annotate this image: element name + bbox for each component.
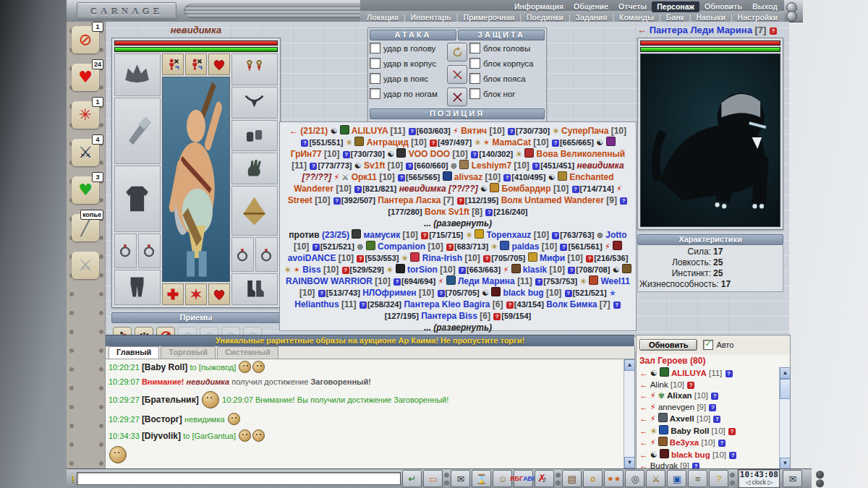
info-icon[interactable]: ?	[310, 163, 317, 170]
info-icon[interactable]: ?	[729, 452, 736, 459]
expand-link[interactable]: ... (развернуть)	[424, 218, 492, 228]
attack-arrow-icon[interactable]: ←	[639, 369, 650, 377]
fighter-name[interactable]: ГрИн77	[291, 149, 322, 159]
block-option[interactable]: блок корпуса	[469, 58, 545, 69]
spear-buff-icon[interactable]: ╱копье	[72, 214, 99, 241]
info-icon[interactable]: ?	[398, 174, 405, 181]
fighter-name[interactable]: Мифи	[540, 253, 565, 263]
fighter-name[interactable]: Street	[288, 195, 312, 205]
info-icon[interactable]: ?	[586, 255, 593, 262]
attack-option[interactable]: удар в корпус	[370, 58, 445, 69]
slot-helmet[interactable]	[114, 53, 161, 96]
chat-tab-Главный[interactable]: Главный	[109, 346, 159, 359]
fighter-name[interactable]: alivsaz	[454, 172, 482, 182]
info-icon[interactable]: ?	[620, 197, 627, 205]
fighter-name[interactable]: НЛОфримен	[362, 288, 416, 298]
checkbox-icon[interactable]	[370, 88, 380, 99]
info-icon[interactable]: ?	[409, 128, 416, 135]
slot-boot[interactable]	[231, 273, 278, 305]
chat-input[interactable]	[77, 472, 401, 485]
auction-banner[interactable]: Уникальные раритетные образы на аукционе…	[106, 335, 634, 347]
slot-glove[interactable]	[231, 153, 278, 184]
info-icon[interactable]: ?	[503, 174, 511, 181]
swords-expired-icon[interactable]: ⚔	[72, 252, 99, 279]
slot-pants[interactable]	[114, 270, 161, 305]
info-icon[interactable]: ?	[493, 313, 501, 320]
scroll-down-icon[interactable]: ▼	[780, 458, 790, 469]
info-icon[interactable]: ?	[709, 404, 716, 411]
chat-scrollbar[interactable]: ▲ ▼	[624, 359, 634, 468]
attack-arrow-icon[interactable]: ←	[637, 25, 647, 35]
info-icon[interactable]: ?	[459, 267, 466, 274]
fighter-name[interactable]: Biss	[302, 265, 320, 275]
fighter-name[interactable]: Topenxauz	[487, 230, 532, 240]
duel-refuse-tile[interactable]	[185, 53, 207, 75]
medkit-tile[interactable]	[162, 283, 184, 305]
fighter-name[interactable]: Leshiym7	[472, 160, 511, 171]
coins-button[interactable]: ¤	[583, 470, 603, 487]
info-icon[interactable]: ?	[359, 301, 367, 309]
checkbox-checked-icon[interactable]	[703, 340, 713, 350]
red-heart-buff-icon[interactable]: ♥24	[72, 64, 99, 91]
fighter-name[interactable]: VOO DOO	[409, 149, 450, 159]
info-icon[interactable]: ?	[333, 197, 341, 205]
tattoo-tile[interactable]	[185, 283, 207, 305]
fighter-name[interactable]: RAINBOW WARRIOR	[286, 276, 373, 286]
fighter-name[interactable]: Орк11	[352, 172, 377, 182]
info-icon[interactable]: ?	[457, 197, 464, 205]
green-heart-buff-icon[interactable]: ♥3	[72, 176, 99, 204]
info-icon[interactable]: ?	[312, 244, 320, 251]
block-option[interactable]: блок ног	[469, 88, 545, 99]
slot-ring[interactable]	[255, 237, 278, 272]
fighter-name[interactable]: avoiDANCE	[288, 253, 336, 263]
info-icon[interactable]: ?	[430, 140, 437, 147]
map-button[interactable]: ≡	[688, 470, 707, 487]
fighter-name[interactable]: невидимка	[577, 160, 624, 171]
swordban-button[interactable]	[447, 65, 467, 84]
fighter-name[interactable]: Бомбардир	[502, 184, 551, 194]
refresh-button[interactable]: Обновить	[639, 339, 697, 351]
attack-option[interactable]: удар по ногам	[370, 88, 445, 99]
roster-player-name[interactable]: Axvell	[670, 414, 694, 423]
send-button[interactable]: ↵	[402, 470, 422, 487]
attack-arrow-icon[interactable]: ←	[639, 438, 650, 447]
help-button[interactable]: ?	[709, 470, 728, 487]
scroll-up-icon[interactable]: ▲	[624, 359, 634, 371]
fighter-name[interactable]: Пантера Ласка	[378, 195, 441, 205]
fighter-name[interactable]: Волк Sv1ft	[425, 207, 469, 217]
player-name[interactable]: невидимка	[111, 25, 281, 38]
roster-player-name[interactable]: annevgen	[658, 403, 695, 411]
checkbox-icon[interactable]	[469, 88, 480, 99]
fighter-name[interactable]: black bug	[503, 288, 544, 298]
chat-tab-Торговый[interactable]: Торговый	[161, 346, 216, 359]
attack-arrow-icon[interactable]: ←	[639, 427, 650, 435]
scroll-thumb[interactable]	[780, 379, 790, 399]
fighter-name[interactable]: Волк Бимка	[546, 299, 597, 309]
info-icon[interactable]: ?	[393, 278, 401, 286]
info-icon[interactable]: ?	[532, 163, 540, 170]
attack-arrow-icon[interactable]: ←	[639, 450, 650, 459]
expand-link[interactable]: ... (развернуть)	[424, 322, 492, 333]
hourglass-button[interactable]: ⌛	[472, 470, 491, 487]
info-icon[interactable]: ?	[471, 151, 478, 158]
info-icon[interactable]: ?	[726, 370, 733, 377]
attack-arrow-icon[interactable]: ←	[639, 391, 650, 400]
info-icon[interactable]: ?	[770, 27, 777, 35]
slot-ring[interactable]	[138, 234, 161, 268]
users-button[interactable]: ☻☻	[604, 470, 624, 487]
info-icon[interactable]: ?	[406, 163, 413, 170]
refresh-button[interactable]	[447, 43, 467, 61]
attack-arrow-icon[interactable]: ←	[639, 403, 650, 411]
slot-bracer[interactable]	[231, 120, 278, 152]
swords-button[interactable]	[447, 87, 467, 106]
info-icon[interactable]: ?	[713, 416, 720, 423]
duel-button[interactable]: ◎	[625, 470, 644, 487]
tattoo-buff-icon[interactable]: ✳1	[72, 101, 99, 129]
fighter-name[interactable]: klasik	[523, 265, 547, 275]
scroll-up-icon[interactable]: ▲	[780, 367, 790, 379]
fighter-name[interactable]: Вова Великолепный	[536, 149, 625, 159]
info-icon[interactable]: ?	[728, 428, 736, 435]
info-icon[interactable]: ?	[711, 393, 718, 400]
info-icon[interactable]: ?	[446, 244, 454, 251]
info-icon[interactable]: ?	[718, 440, 726, 447]
